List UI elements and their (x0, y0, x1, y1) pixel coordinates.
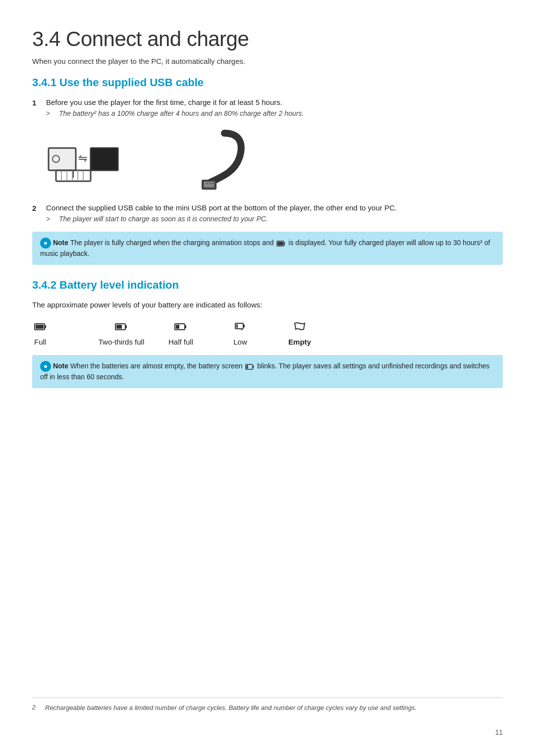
intro-text: When you connect the player to the PC, i… (32, 57, 503, 65)
footnote-item: 2 Rechargeable batteries have a limited … (32, 704, 503, 711)
svg-rect-26 (185, 325, 186, 328)
battery-icon-empty (293, 321, 307, 332)
battery-cell-full: Full (32, 318, 92, 346)
battery-label-twothirds: Two-thirds full (99, 338, 145, 346)
battery-label-half: Half full (168, 338, 193, 346)
battery-label-empty: Empty (288, 338, 311, 346)
step-2-arrow: > (46, 215, 57, 223)
note-content-1: The player is fully charged when the cha… (70, 239, 274, 247)
inline-battery-icon-2 (245, 363, 254, 370)
battery-icon-full (34, 323, 47, 331)
note-content-2a: When the batteries are almost empty, the… (70, 362, 243, 370)
note-icon-1: ● (40, 238, 51, 249)
step-2-number: 2 (32, 203, 46, 212)
svg-rect-29 (243, 325, 245, 328)
svg-rect-24 (116, 325, 122, 329)
svg-rect-20 (45, 325, 46, 328)
step-1-arrow: > (46, 109, 57, 117)
battery-section: 3.4.2 Battery level indication The appro… (32, 279, 503, 388)
battery-cell-empty: Empty (270, 318, 329, 346)
svg-text:⇋: ⇋ (78, 152, 87, 164)
note-icon-2: ● (40, 361, 51, 372)
section-title-battery: 3.4.2 Battery level indication (32, 279, 503, 292)
step-2-text: Connect the supplied USB cable to the mi… (46, 203, 503, 212)
battery-table: Full Two-thirds full (32, 318, 503, 346)
inline-battery-icon-1 (276, 240, 285, 247)
battery-label-low: Low (233, 338, 247, 346)
step-1-text: Before you use the player for the first … (46, 98, 503, 106)
svg-rect-27 (176, 325, 179, 329)
battery-intro: The approximate power levels of your bat… (32, 301, 503, 309)
battery-cell-low: Low (211, 318, 270, 346)
footnote-number: 2 (32, 704, 40, 711)
footnote-area: 2 Rechargeable batteries have a limited … (32, 698, 503, 711)
battery-icon-half (174, 323, 187, 331)
note-label-2: Note (53, 362, 68, 370)
svg-rect-30 (236, 324, 238, 328)
battery-icon-low (235, 322, 246, 331)
svg-rect-33 (253, 365, 254, 368)
battery-cell-half: Half full (151, 318, 211, 346)
svg-rect-15 (212, 183, 214, 184)
svg-rect-14 (209, 183, 211, 184)
battery-cell-twothirds: Two-thirds full (92, 318, 151, 346)
svg-rect-17 (284, 242, 285, 245)
svg-rect-3 (91, 148, 118, 170)
battery-label-full: Full (34, 338, 46, 346)
step-1-number: 1 (32, 98, 46, 107)
step-2-subnote: The player will start to charge as soon … (59, 215, 268, 223)
device-illustration: ⇋ (46, 138, 145, 193)
note-label-1: Note (53, 239, 68, 247)
footnote-text: Rechargeable batteries have a limited nu… (45, 704, 417, 711)
step-1: 1 Before you use the player for the firs… (32, 98, 503, 117)
section-title-usb: 3.4.1 Use the supplied USB cable (32, 76, 503, 89)
svg-rect-21 (36, 325, 44, 329)
svg-rect-18 (278, 242, 283, 245)
svg-rect-23 (125, 325, 127, 328)
step-1-subnote: The battery² has a 100% charge after 4 h… (59, 109, 304, 117)
device-images: ⇋ (46, 128, 503, 193)
battery-icon-twothirds (115, 323, 128, 331)
note-box-1: ● Note The player is fully charged when … (32, 232, 503, 265)
page-title: 3.4 Connect and charge (32, 27, 503, 51)
svg-rect-34 (247, 365, 248, 368)
page-number: 11 (495, 728, 503, 736)
step-2: 2 Connect the supplied USB cable to the … (32, 203, 503, 223)
usb-cable-illustration (175, 128, 254, 193)
svg-point-31 (241, 328, 243, 330)
svg-rect-12 (204, 182, 214, 187)
svg-rect-13 (206, 183, 208, 184)
note-box-2: ● Note When the batteries are almost emp… (32, 355, 503, 388)
